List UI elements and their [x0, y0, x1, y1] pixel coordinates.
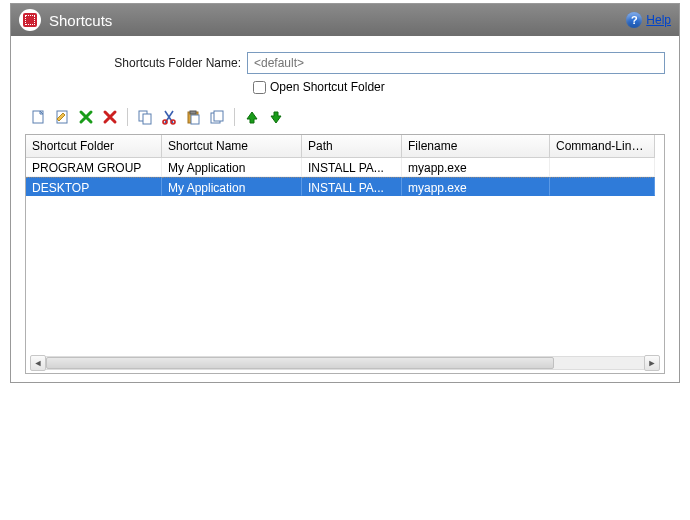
move-up-button[interactable] [243, 108, 261, 126]
duplicate-button[interactable] [208, 108, 226, 126]
move-down-button[interactable] [267, 108, 285, 126]
svg-rect-8 [191, 115, 199, 124]
table-cell[interactable]: myapp.exe [402, 177, 550, 196]
col-filename[interactable]: Filename [402, 135, 550, 158]
col-path[interactable]: Path [302, 135, 402, 158]
scroll-track[interactable] [46, 356, 644, 370]
table-cell[interactable]: INSTALL PA... [302, 158, 402, 177]
delete-all-button[interactable] [101, 108, 119, 126]
scroll-left-button[interactable]: ◄ [30, 355, 46, 371]
shortcuts-icon [19, 9, 41, 31]
horizontal-scrollbar[interactable]: ◄ ► [30, 355, 660, 371]
table-cell[interactable]: PROGRAM GROUP [26, 158, 162, 177]
panel-title: Shortcuts [49, 12, 626, 29]
help-icon[interactable]: ? [626, 12, 642, 28]
svg-rect-3 [143, 114, 151, 124]
paste-button[interactable] [184, 108, 202, 126]
table-row-selected[interactable]: DESKTOP My Application INSTALL PA... mya… [26, 177, 664, 196]
scroll-right-button[interactable]: ► [644, 355, 660, 371]
scroll-thumb[interactable] [46, 357, 554, 369]
table-cell[interactable]: My Application [162, 177, 302, 196]
help-link[interactable]: Help [646, 13, 671, 27]
table-cell[interactable]: My Application [162, 158, 302, 177]
open-folder-label: Open Shortcut Folder [270, 80, 385, 94]
table-cell[interactable]: myapp.exe [402, 158, 550, 177]
folder-name-input[interactable] [247, 52, 665, 74]
toolbar [25, 108, 665, 134]
titlebar: Shortcuts ? Help [11, 4, 679, 36]
svg-rect-7 [190, 111, 196, 114]
table-cell[interactable]: DESKTOP [26, 177, 162, 196]
table-cell[interactable] [550, 158, 655, 177]
shortcuts-panel: Shortcuts ? Help Shortcuts Folder Name: … [10, 3, 680, 383]
shortcuts-table: Shortcut Folder Shortcut Name Path Filen… [25, 134, 665, 374]
delete-button[interactable] [77, 108, 95, 126]
copy-button[interactable] [136, 108, 154, 126]
col-shortcut-name[interactable]: Shortcut Name [162, 135, 302, 158]
new-button[interactable] [29, 108, 47, 126]
open-folder-checkbox[interactable] [253, 81, 266, 94]
table-cell[interactable]: INSTALL PA... [302, 177, 402, 196]
edit-button[interactable] [53, 108, 71, 126]
col-shortcut-folder[interactable]: Shortcut Folder [26, 135, 162, 158]
svg-rect-10 [214, 111, 223, 121]
content: Shortcuts Folder Name: Open Shortcut Fol… [11, 36, 679, 382]
cut-button[interactable] [160, 108, 178, 126]
col-command-line[interactable]: Command-Line Par [550, 135, 655, 158]
table-cell[interactable] [550, 177, 655, 196]
folder-name-label: Shortcuts Folder Name: [25, 56, 247, 70]
